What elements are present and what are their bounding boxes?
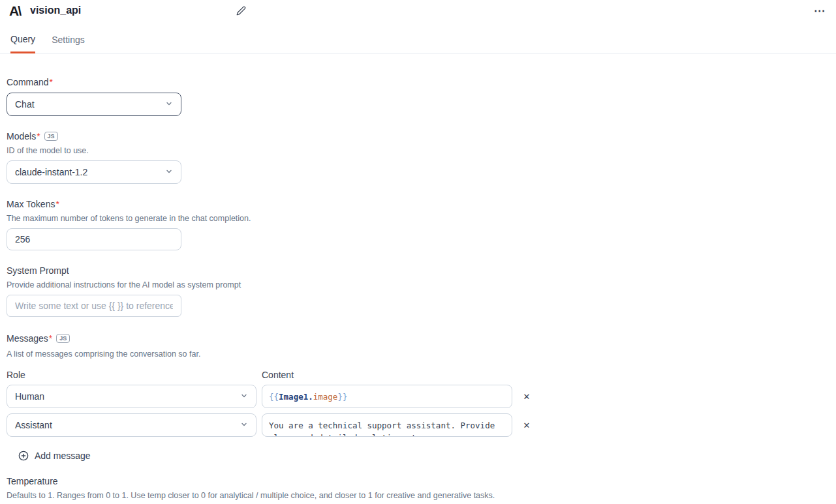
tab-settings[interactable]: Settings [52,34,85,53]
remove-message-button[interactable]: ✕ [518,421,536,430]
models-select[interactable]: claude-instant-1.2 [7,160,181,184]
command-label: Command* [7,77,826,87]
message-content-input[interactable]: You are a technical support assistant. P… [262,413,512,437]
js-badge[interactable]: JS [44,132,58,141]
messages-list: Role Content Human {{Image1.image}} ✕ As… [7,370,826,437]
max-tokens-label: Max Tokens* [7,199,826,209]
max-tokens-field: Max Tokens* The maximum number of tokens… [7,199,826,250]
required-asterisk: * [55,199,59,209]
message-role-select[interactable]: Assistant [7,413,256,437]
command-field: Command* Chat [7,77,826,116]
tab-query[interactable]: Query [10,34,35,53]
close-icon: ✕ [523,392,531,402]
token-brace-close: }} [337,392,347,402]
temperature-label: Temperature [7,476,826,486]
add-message-button[interactable]: Add message [18,451,91,461]
edit-title-button[interactable] [236,6,246,16]
message-role-value: Assistant [15,420,52,430]
remove-message-button[interactable]: ✕ [518,392,536,402]
required-asterisk: * [50,77,53,87]
temperature-help-text: Defaults to 1. Ranges from 0 to 1. Use t… [7,491,826,500]
message-role-select[interactable]: Human [7,385,256,408]
required-asterisk: * [49,333,52,344]
anthropic-logo-icon: A\ [9,4,20,18]
add-message-label: Add message [35,451,91,461]
models-select-value: claude-instant-1.2 [15,167,87,177]
temperature-field: Temperature Defaults to 1. Ranges from 0… [7,476,826,504]
max-tokens-input[interactable] [7,228,181,250]
messages-field: Messages*JS A list of messages comprisin… [7,333,826,461]
message-role-value: Human [15,391,44,402]
chevron-down-icon [240,391,248,402]
close-icon: ✕ [523,421,531,430]
messages-label: Messages*JS [7,333,826,344]
max-tokens-help-text: The maximum number of tokens to generate… [7,214,826,223]
query-editor-page: A\ vision_api ⋯ Query Settings Command* … [0,0,836,504]
plus-circle-icon [18,451,29,461]
system-prompt-input[interactable] [7,295,181,317]
token-property: image [313,392,338,402]
chevron-down-icon [165,99,173,110]
system-prompt-field: System Prompt Provide additional instruc… [7,265,826,317]
token-object: Image1 [279,392,308,402]
system-prompt-help-text: Provide additional instructions for the … [7,280,826,289]
models-help-text: ID of the model to use. [7,146,826,155]
chevron-down-icon [240,420,248,430]
token-dot: . [308,392,313,402]
system-prompt-label: System Prompt [7,265,826,276]
header: A\ vision_api ⋯ [0,0,836,18]
models-field: Models*JS ID of the model to use. claude… [7,131,826,184]
command-select-value: Chat [15,99,35,110]
content-column-header: Content [262,370,512,380]
query-form: Command* Chat Models*JS ID of the model … [0,53,836,504]
token-brace-open: {{ [269,392,279,402]
chevron-down-icon [165,167,173,177]
command-select[interactable]: Chat [7,93,181,116]
pencil-icon [236,6,246,16]
tab-bar: Query Settings [0,34,836,53]
messages-help-text: A list of messages comprising the conver… [7,349,826,359]
page-title: vision_api [30,5,81,16]
role-column-header: Role [7,370,256,380]
models-label: Models*JS [7,131,826,141]
more-options-button[interactable]: ⋯ [814,5,826,16]
required-asterisk: * [37,131,40,141]
message-content-input[interactable]: {{Image1.image}} [262,385,512,408]
js-badge[interactable]: JS [56,334,70,343]
ellipsis-icon: ⋯ [814,5,826,17]
